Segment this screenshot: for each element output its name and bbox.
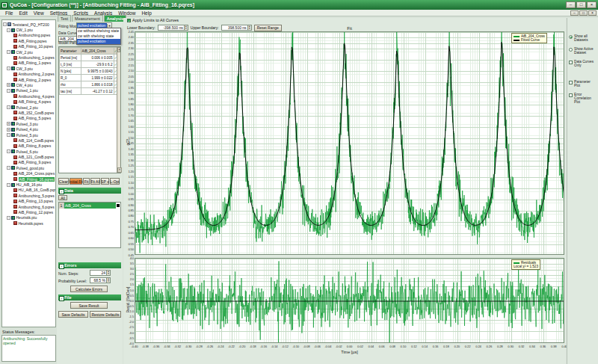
tree-item[interactable]: AiB_204_Cross.pqres <box>3 171 55 176</box>
tree-item[interactable]: Heuristik.pqres <box>3 220 55 226</box>
table-scrollbar[interactable] <box>117 47 120 173</box>
save-defaults-button[interactable]: Save Defaults <box>58 311 88 318</box>
close-icon[interactable]: × <box>587 1 597 8</box>
checkbox-icon[interactable] <box>569 93 573 97</box>
radio-icon[interactable] <box>569 48 573 52</box>
tree-item[interactable]: -Pulsed_5.ptu <box>3 132 55 138</box>
tree-item[interactable]: AiB_Fitting_9.pqres <box>3 160 55 165</box>
tree-item[interactable]: Antibunching_4.pqres <box>3 93 55 99</box>
tree-item[interactable]: +Pulsed_4.ptu <box>3 126 55 132</box>
tree-item[interactable]: AiB_Fitting_1.pqres <box>3 61 55 66</box>
checkbox-icon[interactable] <box>569 61 573 64</box>
tree-item[interactable]: AiB_Fitting_16.pqres <box>3 176 55 182</box>
parameter-row[interactable]: rho1.866 ± 0.018✓ <box>60 81 118 88</box>
data-curve-item[interactable]: 1AiB_204_Cross <box>59 203 120 209</box>
tree-item[interactable]: AiB_Fitting_5.pqres <box>3 116 55 121</box>
tree-item[interactable]: -CW_2.ptu <box>3 49 55 55</box>
model-option[interactable]: cw without shelving state <box>77 28 120 34</box>
clear-button[interactable]: Clear <box>58 178 69 185</box>
spinner-icon[interactable]: ▲▼ <box>106 271 110 275</box>
tree-item[interactable]: AiB_Fitting_13.pqres <box>3 199 55 204</box>
curve-color-swatch[interactable] <box>117 204 120 207</box>
restore-defaults-button[interactable]: Restore Defaults <box>90 311 121 318</box>
collapse-icon[interactable]: - <box>7 89 10 93</box>
collapse-icon[interactable]: - <box>7 105 10 109</box>
tree-item[interactable]: -CW_1.ptu <box>3 27 55 32</box>
tree-item[interactable]: HU_AiB_16_CosB.pqres <box>3 188 55 193</box>
calculate-errors-button[interactable]: Calculate Errors <box>70 286 108 292</box>
tab-test[interactable]: Test <box>58 15 71 22</box>
tree-item[interactable]: AiB_121_CosB.pqres <box>3 154 55 159</box>
option-show-active-dataset[interactable]: Show Active Dataset <box>569 47 597 55</box>
collapse-icon[interactable]: - <box>7 50 10 54</box>
residuals-plot[interactable] <box>135 258 564 343</box>
apply-limits-checkbox[interactable]: ✓ <box>127 19 131 22</box>
tab-measurement[interactable]: Measurement <box>72 15 103 22</box>
tree-item[interactable]: -Pulsed_2.ptu <box>3 105 55 110</box>
parameter-row[interactable]: N [pks]9.9975 ± 0.0043✓ <box>60 68 118 75</box>
collapse-icon[interactable]: - <box>7 67 10 70</box>
maximize-icon[interactable]: □ <box>576 1 586 8</box>
collapse-icon[interactable]: - <box>7 28 10 32</box>
tree-item[interactable]: -Teststand_PQ_HT200 <box>3 22 55 27</box>
tree-item[interactable]: -Pulsed_good.ptu <box>3 165 55 170</box>
tree-item[interactable]: AiB_Fitting_12.pqres <box>3 209 55 215</box>
initial-fit-button[interactable]: Initial Fit <box>70 178 82 185</box>
collapse-icon[interactable]: - <box>7 183 10 187</box>
option-error-correlation-plot[interactable]: Error Correlation Plot <box>569 93 597 104</box>
mdi-minimize-icon[interactable]: – <box>570 10 579 16</box>
radio-icon[interactable] <box>569 35 573 39</box>
tree-item[interactable]: Antibunching.pqres <box>3 33 55 38</box>
parameter-row[interactable]: Period [ns]0.006 ± 0.005✓ <box>60 55 118 61</box>
menu-item-help[interactable]: Help <box>138 10 154 16</box>
parameter-row[interactable]: t_0 [ns]-29.9 ± 6.2✓ <box>60 61 118 68</box>
collapse-icon[interactable]: - <box>7 166 10 170</box>
probability-level-field[interactable]: 68.5 % ▲▼ <box>90 277 111 283</box>
fit-button[interactable]: Fit <box>83 178 90 185</box>
tree-item[interactable]: AiB_Fitting_4.pqres <box>3 99 55 104</box>
tree-item[interactable]: -CW_3.ptu <box>3 66 55 71</box>
main-plot[interactable] <box>135 31 564 255</box>
fit-all-button[interactable]: Fit All <box>90 178 100 185</box>
option-data-curves-only[interactable]: Data Curves Only <box>569 60 597 67</box>
tree-item[interactable]: -Pulsed_6.ptu <box>3 149 55 154</box>
tree-item[interactable]: AiB_114_CosB.pqres <box>3 138 55 143</box>
chevron-down-icon[interactable]: ▼ <box>107 24 111 28</box>
tree-item[interactable]: AiB_Fitting_10.pqres <box>3 44 55 49</box>
menu-item-file[interactable]: File <box>2 10 16 16</box>
collapse-icon[interactable]: - <box>7 133 10 137</box>
parameter-row[interactable]: R_01.999 ± 0.022✓ <box>60 75 118 81</box>
minimize-icon[interactable]: – <box>566 1 576 8</box>
tree-item[interactable]: -Heuristik.ptu <box>3 215 55 220</box>
collapse-icon[interactable]: - <box>7 149 10 153</box>
tree-item[interactable]: +Pulsed_3.ptu <box>3 121 55 126</box>
option-show-all-datasets[interactable]: Show all Datasets <box>569 34 597 42</box>
menu-item-edit[interactable]: Edit <box>16 10 30 16</box>
collapse-icon[interactable]: - <box>7 216 10 220</box>
num-steps-field[interactable]: 24 ▲▼ <box>90 270 111 276</box>
tree-item[interactable]: Antibunching_2.pqres <box>3 72 55 77</box>
tree-item[interactable]: AiB_152_CosB.pqres <box>3 110 55 115</box>
mdi-restore-icon[interactable]: □ <box>579 10 588 16</box>
fitting-model-dropdown[interactable]: cw without shelving statecw with shelvin… <box>76 28 121 45</box>
tree-item[interactable]: -HU_AiB_16.ptu <box>3 182 55 187</box>
mdi-close-icon[interactable]: × <box>588 10 597 16</box>
tree-item[interactable]: Antibunching_5.pqres <box>3 193 55 198</box>
tree-item[interactable]: AiB_Fitting.pqres <box>3 38 55 43</box>
expand-icon[interactable]: + <box>7 122 10 126</box>
tree-item[interactable]: -Pulsed_1.ptu <box>3 88 55 93</box>
menu-item-view[interactable]: View <box>31 10 47 16</box>
checkbox-icon[interactable] <box>569 81 573 84</box>
save-result-button[interactable]: Save Result <box>70 302 108 309</box>
collapse-icon[interactable]: - <box>3 22 7 26</box>
tree-item[interactable]: +CW_4.ptu <box>3 82 55 87</box>
l-opt-button[interactable]: L-Opt <box>110 178 120 185</box>
option-parameter-plot[interactable]: Parameter Plot <box>569 80 597 87</box>
tree-item[interactable]: Antibunching_6.pqres <box>3 204 55 209</box>
spinner-icon[interactable]: ▲▼ <box>106 278 110 283</box>
parameter-row[interactable]: tau [ns]-41.27 ± 0.12✓ <box>60 88 118 95</box>
all-button[interactable]: All <box>58 195 67 200</box>
expand-icon[interactable]: + <box>7 83 10 87</box>
tree-item[interactable]: AiB_Fitting_2.pqres <box>3 77 55 82</box>
tree-item[interactable]: AiB_Fitting_8.pqres <box>3 144 55 149</box>
